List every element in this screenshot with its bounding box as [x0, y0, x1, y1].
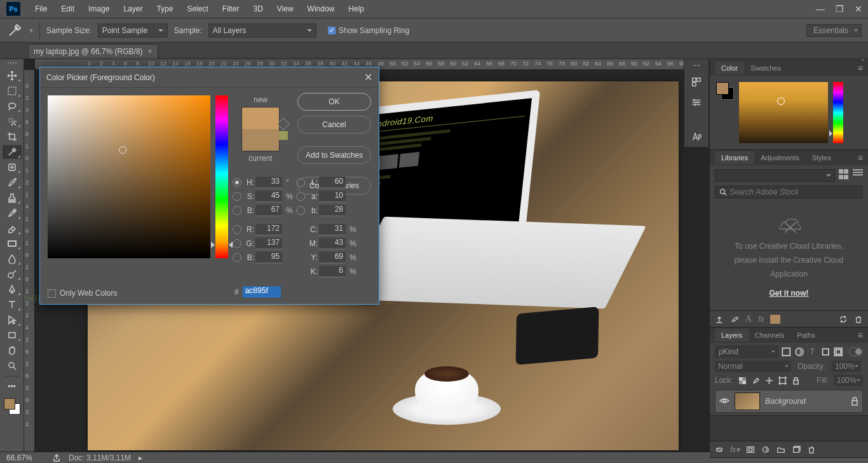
menu-select[interactable]: Select	[180, 4, 215, 13]
workspace-switcher[interactable]: Essentials	[806, 24, 862, 37]
dialog-close-button[interactable]: ✕	[364, 71, 372, 83]
m-field[interactable]: 43	[319, 238, 346, 249]
color-preview[interactable]	[241, 107, 280, 151]
panel-menu-icon[interactable]: ≡	[853, 61, 868, 75]
delete-layer-icon[interactable]	[807, 445, 816, 454]
fill-field[interactable]: 100%	[834, 375, 863, 386]
healing-brush-tool[interactable]	[3, 160, 22, 174]
char-style-icon[interactable]: A	[745, 314, 752, 324]
s-field[interactable]: 45	[255, 191, 282, 202]
tab-color[interactable]: Color	[715, 62, 744, 74]
foreground-background-colors[interactable]	[4, 398, 20, 415]
ok-button[interactable]: OK	[297, 93, 371, 111]
g-field[interactable]: 137	[255, 238, 282, 249]
new-layer-icon[interactable]	[792, 445, 801, 454]
shape-tool[interactable]	[3, 328, 22, 342]
hue-field[interactable]: 33	[255, 177, 282, 188]
trash-icon[interactable]	[854, 315, 863, 324]
brightness-field[interactable]: 67	[255, 205, 282, 216]
tab-layers[interactable]: Layers	[715, 329, 749, 342]
group-icon[interactable]	[776, 445, 785, 454]
crop-tool[interactable]	[3, 130, 22, 144]
menu-file[interactable]: File	[28, 4, 54, 13]
tab-swatches[interactable]: Swatches	[744, 62, 787, 74]
color-hue-slider[interactable]	[833, 82, 843, 143]
hand-tool[interactable]	[3, 343, 22, 357]
view-list-icon[interactable]	[853, 169, 863, 177]
menu-3d[interactable]: 3D	[246, 4, 269, 13]
lab-b-field[interactable]: 28	[319, 205, 346, 216]
panel-collapse-grip[interactable]	[687, 62, 706, 69]
document-tab[interactable]: my laptop.jpg @ 66,7% (RGB/8) ×	[28, 44, 158, 59]
filter-adjustment-icon[interactable]	[794, 346, 805, 357]
filter-pixel-icon[interactable]	[781, 346, 792, 357]
filter-smart-icon[interactable]	[833, 346, 844, 357]
fx-icon[interactable]: fx	[758, 315, 764, 324]
menu-edit[interactable]: Edit	[54, 4, 81, 13]
sample-dropdown[interactable]: All Layers	[208, 24, 316, 38]
l-field[interactable]: 60	[319, 177, 346, 188]
y-field[interactable]: 69	[319, 252, 346, 263]
view-grid-icon[interactable]	[839, 169, 849, 179]
color-chip-icon[interactable]	[770, 315, 780, 324]
lock-all-icon[interactable]	[792, 377, 800, 385]
move-tool[interactable]	[3, 69, 22, 83]
brush-tool[interactable]	[3, 176, 22, 190]
tab-paths[interactable]: Paths	[791, 329, 822, 342]
mask-icon[interactable]	[746, 445, 755, 454]
b-radio[interactable]	[233, 206, 241, 215]
export-icon[interactable]	[52, 453, 61, 462]
blur-tool[interactable]	[3, 252, 22, 266]
panel-menu-icon[interactable]: ≡	[853, 151, 868, 165]
menu-window[interactable]: Window	[301, 4, 342, 13]
menu-layer[interactable]: Layer	[116, 4, 149, 13]
add-to-swatches-button[interactable]: Add to Swatches	[297, 146, 371, 164]
layer-item-background[interactable]: Background	[715, 390, 863, 413]
saturation-value-field[interactable]	[48, 95, 210, 258]
library-dropdown[interactable]	[715, 169, 835, 182]
c-field[interactable]: 31	[319, 224, 346, 235]
filter-type-icon[interactable]: T	[807, 346, 818, 357]
hue-slider[interactable]	[215, 95, 228, 258]
edit-toolbar-button[interactable]: •••	[3, 380, 22, 394]
filter-toggle[interactable]	[849, 347, 863, 356]
r-radio[interactable]	[233, 225, 241, 234]
g-radio[interactable]	[233, 239, 241, 248]
properties-panel-icon[interactable]	[687, 95, 706, 110]
only-web-colors-checkbox[interactable]: Only Web Colors	[48, 289, 117, 298]
marquee-tool[interactable]	[3, 84, 22, 98]
show-sampling-ring-checkbox[interactable]: ✓Show Sampling Ring	[328, 26, 409, 35]
lab-b-radio[interactable]	[296, 206, 305, 215]
menu-type[interactable]: Type	[149, 4, 180, 13]
window-close-button[interactable]: ✕	[849, 0, 868, 18]
lock-position-icon[interactable]	[765, 377, 773, 385]
blend-mode-dropdown[interactable]: Normal	[715, 361, 791, 372]
a-radio[interactable]	[296, 192, 305, 201]
path-select-tool[interactable]	[3, 313, 22, 327]
link-layers-icon[interactable]	[715, 445, 724, 454]
lock-transparency-icon[interactable]	[738, 377, 747, 385]
menu-filter[interactable]: Filter	[215, 4, 247, 13]
k-field[interactable]: 6	[319, 266, 346, 277]
tab-channels[interactable]: Channels	[749, 329, 790, 342]
fx-menu-icon[interactable]: fx▾	[730, 445, 740, 454]
tab-styles[interactable]: Styles	[806, 151, 837, 164]
cancel-button[interactable]: Cancel	[297, 116, 371, 134]
upload-icon[interactable]	[715, 315, 724, 324]
hex-field[interactable]: ac895f	[243, 286, 281, 298]
color-fgbg[interactable]	[716, 82, 734, 100]
opacity-field[interactable]: 100%	[832, 361, 861, 372]
character-panel-icon[interactable]	[687, 129, 706, 144]
panel-menu-icon[interactable]: ≡	[853, 328, 868, 342]
l-radio[interactable]	[296, 178, 305, 187]
r-field[interactable]: 172	[255, 224, 282, 235]
window-minimize-button[interactable]: —	[811, 0, 830, 18]
blue-radio[interactable]	[233, 253, 241, 262]
eyedropper-tool[interactable]	[3, 145, 22, 159]
zoom-level[interactable]: 66,67%	[6, 453, 44, 462]
panel-grip[interactable]	[3, 62, 21, 66]
doc-info[interactable]: Doc: 3,11M/3,11M	[69, 453, 131, 462]
pen-tool[interactable]	[3, 282, 22, 296]
blue-field[interactable]: 95	[255, 252, 282, 263]
a-field[interactable]: 10	[319, 191, 346, 202]
